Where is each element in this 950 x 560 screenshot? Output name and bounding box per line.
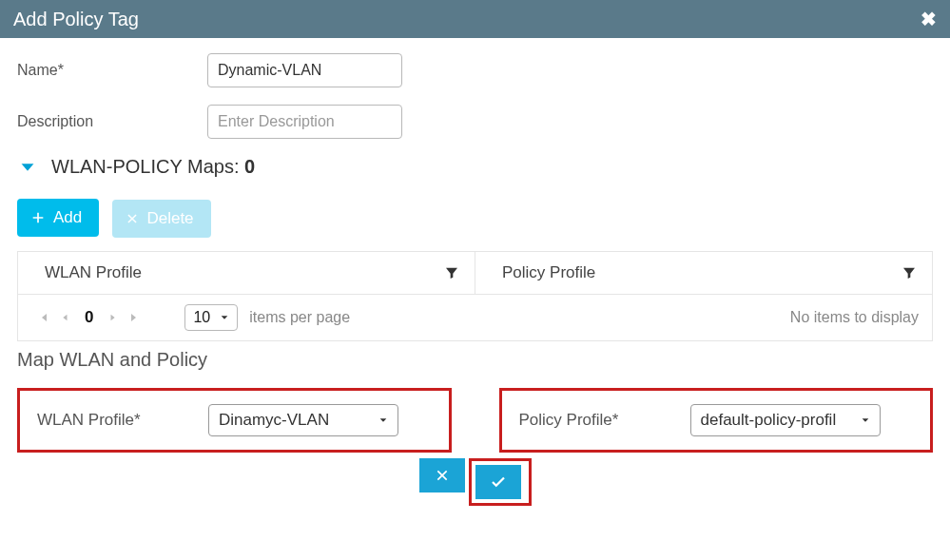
section-title: WLAN-POLICY Maps: 0 xyxy=(51,156,255,178)
policy-profile-select[interactable]: default-policy-profil xyxy=(690,404,881,436)
description-label: Description xyxy=(17,113,207,130)
page-size-value: 10 xyxy=(193,309,210,326)
chevron-down-icon xyxy=(17,157,38,178)
section-title-text: WLAN-POLICY Maps: xyxy=(51,156,244,177)
pager: 0 10 items per page No items to display xyxy=(18,295,932,340)
col-wlan-label: WLAN Profile xyxy=(45,263,142,282)
name-label: Name* xyxy=(17,62,207,79)
pager-prev-icon[interactable] xyxy=(54,311,75,324)
caret-down-icon xyxy=(220,313,229,322)
description-input[interactable] xyxy=(207,105,402,139)
wlan-profile-label: WLAN Profile* xyxy=(37,411,208,430)
check-icon xyxy=(490,473,507,491)
modal-title: Add Policy Tag xyxy=(13,9,139,30)
modal-header: Add Policy Tag ✖ xyxy=(0,0,950,38)
x-icon xyxy=(126,212,139,225)
add-button-label: Add xyxy=(53,208,82,227)
close-icon xyxy=(435,468,450,483)
delete-button: Delete xyxy=(112,200,210,238)
pager-last-icon[interactable] xyxy=(124,311,146,324)
cancel-map-button[interactable] xyxy=(419,458,465,492)
col-policy-profile[interactable]: Policy Profile xyxy=(475,252,932,294)
pager-current: 0 xyxy=(85,308,93,327)
policy-profile-label: Policy Profile* xyxy=(519,411,690,430)
caret-down-icon xyxy=(378,415,388,425)
name-row: Name* xyxy=(17,53,933,87)
wlan-profile-group: WLAN Profile* Dinamyc-VLAN xyxy=(17,388,452,453)
table-header: WLAN Profile Policy Profile xyxy=(18,252,932,295)
policy-profile-value: default-policy-profil xyxy=(701,411,837,430)
wlan-profile-select[interactable]: Dinamyc-VLAN xyxy=(208,404,398,436)
name-input[interactable] xyxy=(207,53,402,87)
delete-button-label: Delete xyxy=(146,209,193,228)
pager-next-icon[interactable] xyxy=(103,311,124,324)
confirm-map-button[interactable] xyxy=(475,465,521,499)
pager-first-icon[interactable] xyxy=(31,311,54,324)
policy-profile-group: Policy Profile* default-policy-profil xyxy=(499,388,934,453)
filter-icon[interactable] xyxy=(902,265,917,280)
wlan-profile-value: Dinamyc-VLAN xyxy=(219,411,329,430)
col-wlan-profile[interactable]: WLAN Profile xyxy=(18,252,475,294)
col-policy-label: Policy Profile xyxy=(502,263,595,282)
caret-down-icon xyxy=(861,415,870,425)
close-icon[interactable]: ✖ xyxy=(921,8,937,30)
plus-icon xyxy=(30,210,46,225)
map-action-row xyxy=(0,458,950,515)
confirm-highlight xyxy=(469,458,532,506)
section-toggle[interactable]: WLAN-POLICY Maps: 0 xyxy=(17,156,950,178)
button-row: Add Delete xyxy=(0,199,950,238)
filter-icon[interactable] xyxy=(444,265,459,280)
add-button[interactable]: Add xyxy=(17,199,99,237)
items-per-page-label: items per page xyxy=(249,309,350,326)
form-body: Name* Description xyxy=(0,38,950,139)
empty-message: No items to display xyxy=(790,309,919,326)
maps-table: WLAN Profile Policy Profile 0 10 xyxy=(17,251,933,341)
section-count: 0 xyxy=(244,156,255,177)
map-row: WLAN Profile* Dinamyc-VLAN Policy Profil… xyxy=(0,388,950,453)
description-row: Description xyxy=(17,105,933,139)
map-section-title: Map WLAN and Policy xyxy=(17,349,950,371)
page-size-select[interactable]: 10 xyxy=(184,304,238,331)
